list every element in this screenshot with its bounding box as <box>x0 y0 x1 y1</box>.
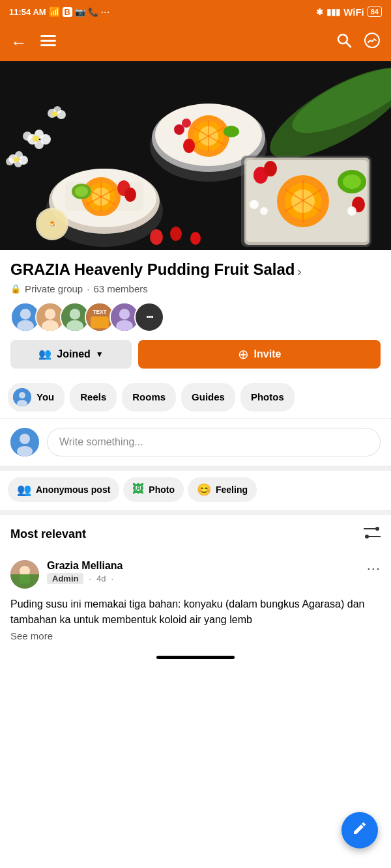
post-time: 4d <box>96 574 106 583</box>
post-compose: Write something... <box>0 419 391 471</box>
post-header: Grazia Melliana Admin · 4d · ··· <box>10 560 381 589</box>
svg-point-70 <box>170 227 182 241</box>
post-meta-row: Admin · 4d · <box>47 573 123 584</box>
admin-badge: Admin <box>47 573 83 584</box>
svg-rect-104 <box>20 574 30 583</box>
anonymous-icon: 👥 <box>17 483 31 497</box>
svg-point-94 <box>20 434 30 444</box>
back-button[interactable]: ← <box>10 33 27 53</box>
post-dot2: · <box>111 574 114 583</box>
signal-icon: ▮▮▮ <box>326 7 340 17</box>
invite-button[interactable]: ⊕ Invite <box>138 340 381 369</box>
group-name-chevron[interactable]: › <box>298 265 302 279</box>
svg-point-67 <box>260 207 268 215</box>
svg-point-62 <box>343 175 361 189</box>
photo-icon: 🖼 <box>132 483 144 496</box>
svg-point-14 <box>33 135 39 142</box>
svg-rect-2 <box>40 44 56 46</box>
svg-point-76 <box>20 309 31 319</box>
svg-point-19 <box>6 158 14 165</box>
post-more-button[interactable]: ··· <box>367 560 381 577</box>
feeling-label: Feeling <box>216 484 248 495</box>
group-name: GRAZIA Heavenly Pudding Fruit Salad › <box>10 260 381 279</box>
compose-input[interactable]: Write something... <box>47 428 381 456</box>
cam-icon: 📷 <box>75 7 85 17</box>
tab-rooms-label: Rooms <box>132 391 166 402</box>
joined-dropdown-icon: ▼ <box>96 350 104 359</box>
post-author-info: Grazia Melliana Admin · 4d · <box>47 560 123 584</box>
tab-rooms[interactable]: Rooms <box>122 383 176 412</box>
invite-plus-icon: ⊕ <box>238 346 249 362</box>
svg-point-66 <box>250 200 259 209</box>
status-bar: 11:54 AM 📶 B 📷 📞 ··· ✱ ▮▮▮ WiFi 84 <box>0 0 391 23</box>
svg-point-24 <box>52 111 57 117</box>
svg-line-4 <box>347 43 351 48</box>
svg-point-50 <box>224 126 239 137</box>
top-nav: ← <box>0 23 391 61</box>
search-button[interactable] <box>336 33 352 52</box>
tab-photos[interactable]: Photos <box>240 383 295 412</box>
joined-icon: 👥 <box>38 348 51 360</box>
svg-point-51 <box>183 139 195 153</box>
svg-rect-0 <box>40 35 56 37</box>
tab-you[interactable]: You <box>8 383 65 412</box>
cover-image: 🍮 <box>0 61 391 250</box>
svg-point-79 <box>45 309 55 319</box>
tab-photos-label: Photos <box>251 391 284 402</box>
lock-icon: 🔒 <box>10 284 21 294</box>
menu-button[interactable] <box>40 34 56 51</box>
group-info: GRAZIA Heavenly Pudding Fruit Salad › 🔒 … <box>0 250 391 376</box>
action-buttons: 👥 Joined ▼ ⊕ Invite <box>10 340 381 369</box>
svg-point-83 <box>66 320 83 331</box>
most-relevant-label: Most relevant <box>10 527 86 541</box>
feeling-button[interactable]: 😊 Feeling <box>188 477 257 502</box>
svg-point-68 <box>347 206 356 216</box>
group-privacy: Private group <box>25 283 83 294</box>
photo-label: Photo <box>149 484 175 495</box>
tab-you-label: You <box>36 391 54 402</box>
svg-point-23 <box>57 110 66 119</box>
svg-point-97 <box>375 527 379 531</box>
tab-bar: You Reels Rooms Guides Photos <box>0 376 391 419</box>
svg-point-36 <box>75 186 88 197</box>
status-time: 11:54 AM <box>9 7 46 17</box>
svg-text:TEXT: TEXT <box>93 309 107 315</box>
top-nav-right <box>336 32 381 53</box>
joined-label: Joined <box>57 348 91 360</box>
svg-point-5 <box>365 33 379 48</box>
photo-button[interactable]: 🖼 Photo <box>123 477 184 502</box>
tab-reels-label: Reels <box>80 391 106 402</box>
svg-point-88 <box>119 309 130 319</box>
group-meta: 🔒 Private group · 63 members <box>10 283 381 294</box>
svg-text:🍮: 🍮 <box>48 220 57 229</box>
svg-point-80 <box>42 320 59 331</box>
top-nav-left: ← <box>10 33 56 53</box>
compose-avatar <box>10 428 39 456</box>
anonymous-post-button[interactable]: 👥 Anonymous post <box>8 477 119 502</box>
battery-icon: 84 <box>368 7 382 17</box>
post-dot: · <box>89 574 91 583</box>
tab-guides[interactable]: Guides <box>181 383 235 412</box>
post-card: Grazia Melliana Admin · 4d · ··· Puding … <box>0 551 391 651</box>
see-more-link[interactable]: See more <box>10 630 381 641</box>
svg-point-20 <box>14 157 19 162</box>
svg-rect-1 <box>40 40 56 42</box>
svg-rect-85 <box>91 316 108 328</box>
member-count: 63 members <box>93 283 147 294</box>
member-avatar-more: ··· <box>134 302 164 332</box>
messenger-button[interactable] <box>364 32 381 53</box>
svg-point-99 <box>365 535 369 539</box>
joined-button[interactable]: 👥 Joined ▼ <box>10 340 132 369</box>
svg-point-89 <box>116 320 133 331</box>
bluetooth-icon: ✱ <box>316 7 323 17</box>
post-text: Puding susu ini memakai tiga bahan: kony… <box>10 596 381 628</box>
svg-point-91 <box>19 392 25 399</box>
post-author-avatar <box>10 560 39 589</box>
post-actions: 👥 Anonymous post 🖼 Photo 😊 Feeling <box>0 471 391 515</box>
tab-reels[interactable]: Reels <box>70 383 117 412</box>
status-right: ✱ ▮▮▮ WiFi 84 <box>316 7 382 18</box>
most-relevant-section: Most relevant <box>0 515 391 551</box>
svg-point-49 <box>182 119 191 128</box>
svg-point-64 <box>264 161 277 176</box>
filter-icon[interactable] <box>364 525 381 543</box>
